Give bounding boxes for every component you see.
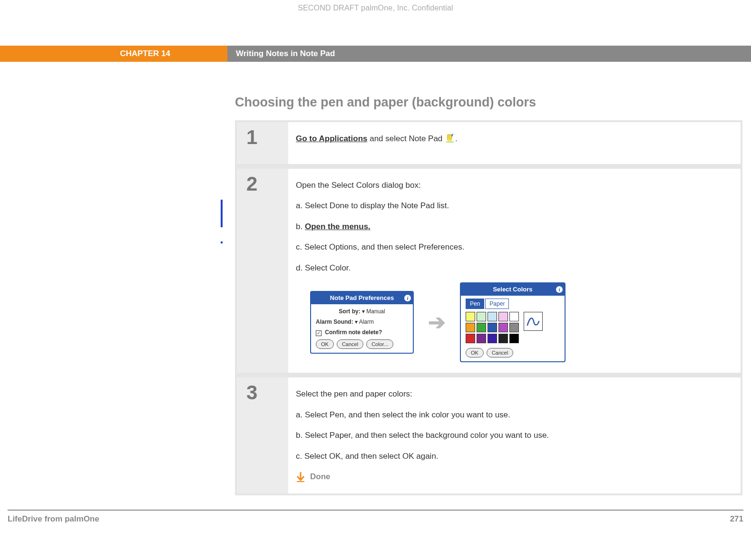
color-swatch[interactable] <box>498 312 508 321</box>
alarm-sound-row: Alarm Sound: ▾ Alarm <box>316 318 408 326</box>
info-icon[interactable]: i <box>404 295 411 301</box>
step-2b-prefix: b. <box>296 222 305 231</box>
color-swatch[interactable] <box>477 312 486 321</box>
open-the-menus-link[interactable]: Open the menus. <box>305 222 371 231</box>
notepad-icon <box>445 134 455 143</box>
step-3c: c. Select OK, and then select OK again. <box>296 450 727 463</box>
confirm-delete-checkbox[interactable]: ✓ <box>316 330 322 336</box>
svg-point-0 <box>446 141 454 143</box>
select-colors-dialog: Select Colors i Pen Paper <box>460 282 566 362</box>
color-palette <box>466 312 519 343</box>
color-swatch[interactable] <box>477 323 486 332</box>
step-3-number: 3 <box>237 377 288 493</box>
select-colors-title-bar: Select Colors i <box>461 283 565 296</box>
steps-container: 1 Go to Applications and select Note Pad <box>235 120 742 495</box>
select-colors-title: Select Colors <box>493 285 532 294</box>
pref-ok-button[interactable]: OK <box>316 339 334 349</box>
step-2-number: 2 <box>237 169 288 373</box>
preferences-dialog: Note Pad Preferences i Sort by: ▾ Manual… <box>310 291 414 354</box>
info-icon[interactable]: i <box>556 286 563 293</box>
step-2b: b. Open the menus. <box>296 221 727 233</box>
colors-cancel-button[interactable]: Cancel <box>487 348 513 358</box>
arrow-right-icon: ➔ <box>428 307 446 338</box>
pref-cancel-button[interactable]: Cancel <box>337 339 363 349</box>
chapter-label: CHAPTER 14 <box>0 46 227 62</box>
step-3b: b. Select Paper, and then select the bac… <box>296 429 727 442</box>
confirm-delete-label: Confirm note delete? <box>325 329 382 336</box>
step-3-body: Select the pen and paper colors: a. Sele… <box>288 377 741 493</box>
done-indicator: Done <box>296 471 727 483</box>
step-1-number: 1 <box>237 122 288 164</box>
sort-by-dropdown[interactable]: ▾ Manual <box>362 308 385 315</box>
color-swatch[interactable] <box>466 312 475 321</box>
step-2: 2 Open the Select Colors dialog box: a. … <box>237 169 741 378</box>
step-1-period: . <box>455 134 458 143</box>
step-3: 3 Select the pen and paper colors: a. Se… <box>237 377 741 493</box>
confidential-header: SECOND DRAFT palmOne, Inc. Confidential <box>0 0 751 12</box>
color-swatch[interactable] <box>509 323 519 332</box>
color-swatch[interactable] <box>498 334 508 343</box>
color-tabs: Pen Paper <box>461 296 565 309</box>
step-3-intro: Select the pen and paper colors: <box>296 388 727 400</box>
chapter-title: Writing Notes in Note Pad <box>227 46 751 62</box>
color-swatch[interactable] <box>488 312 497 321</box>
step-2-screenshots: Note Pad Preferences i Sort by: ▾ Manual… <box>296 282 727 362</box>
section-heading: Choosing the pen and paper (background) … <box>235 95 742 110</box>
step-2-body: Open the Select Colors dialog box: a. Se… <box>288 169 741 373</box>
color-preview <box>524 312 543 331</box>
paper-tab[interactable]: Paper <box>485 299 509 309</box>
confirm-delete-row: ✓ Confirm note delete? <box>316 328 408 337</box>
step-2-substeps: a. Select Done to display the Note Pad l… <box>296 200 727 274</box>
step-3a: a. Select Pen, and then select the ink c… <box>296 409 727 421</box>
preferences-title: Note Pad Preferences <box>330 293 394 303</box>
page-footer: LifeDrive from palmOne 271 <box>8 510 743 528</box>
step-1: 1 Go to Applications and select Note Pad <box>237 122 741 169</box>
revision-bar <box>221 200 223 227</box>
step-1-text: and select Note Pad <box>367 134 445 143</box>
footer-product: LifeDrive from palmOne <box>8 514 99 524</box>
footer-page-number: 271 <box>730 514 743 524</box>
chapter-header: CHAPTER 14 Writing Notes in Note Pad <box>0 46 751 62</box>
color-swatch[interactable] <box>466 334 475 343</box>
color-swatch[interactable] <box>488 323 497 332</box>
pen-tab[interactable]: Pen <box>466 299 484 309</box>
colors-ok-button[interactable]: OK <box>466 348 484 358</box>
color-swatch[interactable] <box>498 323 508 332</box>
revision-dot <box>221 241 223 243</box>
main-content: Choosing the pen and paper (background) … <box>235 95 742 495</box>
preferences-body: Sort by: ▾ Manual Alarm Sound: ▾ Alarm ✓… <box>311 304 413 353</box>
step-2c: c. Select Options, and then select Prefe… <box>296 241 727 253</box>
sort-by-label: Sort by: <box>339 308 360 315</box>
step-2-intro: Open the Select Colors dialog box: <box>296 179 727 192</box>
alarm-sound-dropdown[interactable]: ▾ Alarm <box>355 319 374 325</box>
alarm-sound-label: Alarm Sound: <box>316 319 353 325</box>
color-swatch[interactable] <box>509 312 519 321</box>
color-swatch[interactable] <box>466 323 475 332</box>
go-to-applications-link[interactable]: Go to Applications <box>296 134 367 143</box>
color-swatch[interactable] <box>509 334 519 343</box>
preferences-title-bar: Note Pad Preferences i <box>311 292 413 304</box>
done-label: Done <box>310 471 331 483</box>
done-arrow-icon <box>296 472 305 482</box>
step-2a: a. Select Done to display the Note Pad l… <box>296 200 727 212</box>
pref-color-button[interactable]: Color... <box>366 339 393 349</box>
step-3-substeps: a. Select Pen, and then select the ink c… <box>296 409 727 463</box>
sort-by-row: Sort by: ▾ Manual <box>316 307 408 316</box>
step-2d: d. Select Color. <box>296 262 727 274</box>
step-1-body: Go to Applications and select Note Pad . <box>288 122 741 164</box>
color-swatch[interactable] <box>477 334 486 343</box>
color-swatch[interactable] <box>488 334 497 343</box>
sort-by-value: Manual <box>366 308 385 315</box>
alarm-sound-value: Alarm <box>359 319 374 325</box>
